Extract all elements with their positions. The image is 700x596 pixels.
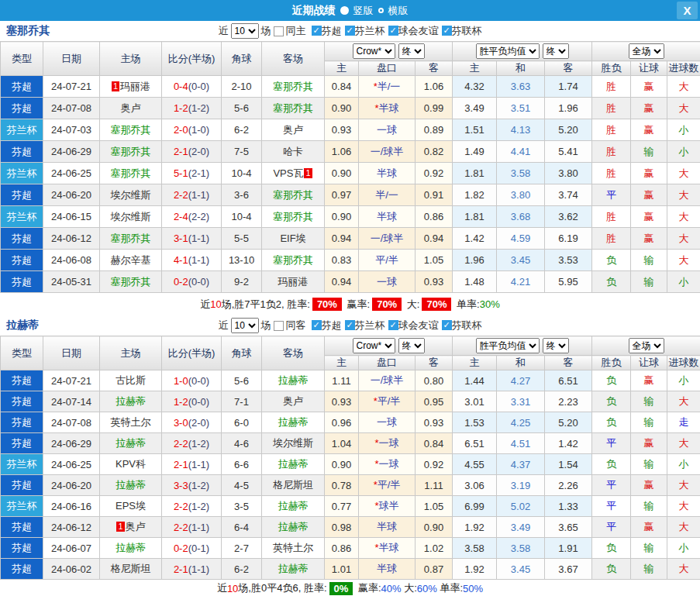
avg-draw-cell: 4.51	[497, 433, 545, 454]
league-checkbox[interactable]	[442, 26, 452, 36]
close-icon[interactable]: X	[677, 2, 698, 19]
layout-radio-vertical-label[interactable]: 竖版	[353, 4, 374, 18]
odds-company-select[interactable]: Crow*	[353, 338, 395, 353]
final-score: 5-1	[174, 167, 188, 179]
summary-text: 大:	[404, 298, 419, 312]
handicap-result-cell: 赢	[631, 163, 667, 184]
avg-home-cell: 1.81	[453, 163, 497, 184]
recent-count-select[interactable]: 10	[231, 23, 259, 39]
col-date: 日期	[43, 42, 100, 76]
summary-text: 场,胜0平4负6, 胜率:	[238, 581, 326, 595]
match-date: 24-06-12	[43, 517, 100, 538]
avg-away-cell: 1.91	[545, 538, 592, 559]
avg-odds-select[interactable]: 胜平负均值	[476, 338, 540, 353]
same-venue-checkbox[interactable]	[274, 321, 284, 331]
away-team-cell: 英特土尔	[262, 538, 325, 559]
team-label: 格尼斯坦	[273, 479, 313, 491]
match-row: 芬超24-07-08奥卢1-2(1-2)5-6塞那乔其0.90*半球0.993.…	[1, 98, 700, 119]
corner-cell: 13-10	[222, 250, 262, 271]
avg-away-cell: 1.54	[545, 454, 592, 475]
home-team-results-table: 类型 日期 主场 比分(半场) 角球 客场 Crow* 终 胜平负均值 终 全场…	[0, 41, 700, 293]
team-label: 拉赫蒂	[116, 437, 146, 449]
score-cell: 1-2(1-2)	[162, 98, 222, 119]
team-label: EIF埃	[280, 233, 305, 244]
half-score: (1-2)	[188, 480, 209, 491]
final-score: 3-3	[174, 480, 188, 491]
league-checkbox[interactable]	[388, 26, 398, 36]
sub-goals-result: 进球数	[667, 356, 700, 370]
odds-company-select[interactable]: Crow*	[353, 43, 395, 59]
scope-select[interactable]: 全场	[629, 43, 664, 59]
layout-radio-horizontal[interactable]	[378, 8, 384, 13]
league-filter-item: 球会友谊	[388, 24, 439, 38]
goals-result-cell: 小	[667, 141, 700, 163]
home-team-cell: 塞那乔其	[100, 228, 162, 250]
league-checkbox[interactable]	[388, 320, 398, 330]
avg-draw-cell: 4.59	[497, 228, 545, 250]
avg-state-select[interactable]: 终	[543, 43, 569, 59]
layout-radio-vertical[interactable]	[340, 6, 349, 15]
handicap-cell: 半/一	[359, 184, 416, 206]
odds-state-select[interactable]: 终	[398, 43, 425, 59]
home-odds-cell: 0.97	[325, 184, 359, 206]
handicap-result-cell: 输	[631, 250, 667, 271]
league-checkbox[interactable]	[312, 26, 322, 36]
scope-select[interactable]: 全场	[629, 338, 664, 353]
score-cell: 3-0(2-0)	[162, 412, 222, 433]
league-type-cell: 芬超	[1, 228, 43, 250]
league-filter-item: 芬联杯	[442, 24, 482, 38]
league-checkbox[interactable]	[442, 320, 452, 330]
home-team-cell: KPV科	[100, 454, 162, 475]
half-score: (1-2)	[188, 501, 209, 512]
match-date: 24-06-07	[43, 538, 100, 559]
league-filter-item: 芬超	[312, 24, 342, 38]
home-odds-cell: 1.01	[325, 559, 359, 580]
final-score: 2-2	[174, 189, 188, 201]
goals-result-cell: 大	[667, 184, 700, 206]
league-checkbox[interactable]	[345, 26, 355, 36]
goals-result-cell: 小	[667, 538, 700, 559]
layout-radio-horizontal-label[interactable]: 横版	[388, 4, 409, 18]
result-cell: 胜	[592, 228, 631, 250]
avg-state-select[interactable]: 终	[543, 338, 569, 353]
recent-count-select[interactable]: 10	[231, 318, 259, 333]
result-cell: 负	[592, 391, 631, 412]
goals-result-cell: 大	[667, 391, 700, 412]
league-checkbox[interactable]	[345, 320, 355, 330]
avg-draw-cell: 3.80	[497, 184, 545, 206]
home-odds-cell: 0.96	[325, 412, 359, 433]
score-cell: 5-1(2-1)	[162, 163, 222, 184]
team-label: 奥卢	[126, 521, 146, 532]
league-type-cell: 芬兰杯	[1, 163, 43, 184]
away-odds-cell: 1.11	[416, 475, 453, 496]
team-label: 塞那乔其	[111, 124, 151, 136]
handicap-result-cell: 输	[631, 496, 667, 517]
team-label: 塞那乔其	[111, 233, 151, 244]
page-title: 近期战绩	[292, 4, 336, 18]
avg-odds-select[interactable]: 胜平负均值	[476, 43, 540, 59]
avg-draw-cell: 3.31	[497, 391, 545, 412]
team-label: 拉赫蒂	[116, 395, 146, 407]
match-row: 芬超24-06-12塞那乔其3-1(1-1)5-5EIF埃0.94一/球半0.9…	[1, 228, 700, 250]
home-team-summary: 近10场,胜7平1负2, 胜率:70% 赢率:70% 大:70% 单率:30%	[0, 293, 700, 315]
away-team-cell: 拉赫蒂	[262, 517, 325, 538]
goals-result-cell: 小	[667, 454, 700, 475]
odds-state-select[interactable]: 终	[398, 338, 425, 353]
away-team-cell: 奥卢	[262, 391, 325, 412]
sub-handicap-result: 让球	[631, 61, 667, 76]
team-label: 拉赫蒂	[278, 374, 309, 386]
match-row: 芬兰杯24-07-03塞那乔其2-0(1-0)6-2奥卢0.93一球0.891.…	[1, 119, 700, 141]
same-venue-checkbox[interactable]	[274, 26, 284, 36]
same-venue-label: 同客	[286, 319, 306, 332]
home-odds-cell: 0.78	[325, 475, 359, 496]
league-checkbox[interactable]	[312, 320, 322, 330]
summary-text: 30%	[480, 298, 500, 310]
match-date: 24-07-21	[43, 76, 100, 98]
handicap-cell: 半球	[359, 163, 416, 184]
home-odds-cell: 0.93	[325, 119, 359, 141]
sub-avg-home: 主	[453, 61, 497, 76]
rate-badge: 70%	[312, 298, 342, 311]
league-type-cell: 芬兰杯	[1, 454, 43, 475]
avg-home-cell: 1.49	[453, 141, 497, 163]
handicap-result-cell: 赢	[631, 98, 667, 119]
